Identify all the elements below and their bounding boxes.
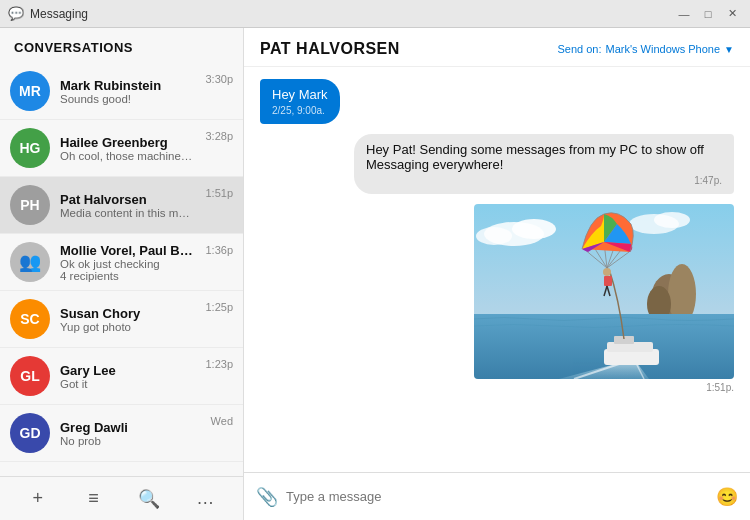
conv-time: 1:51p (205, 185, 233, 199)
conv-info: Susan Chory Yup got photo (60, 306, 195, 333)
conversation-item-mark-rubinstein[interactable]: MR Mark Rubinstein Sounds good! 3:30p (0, 63, 243, 120)
conversation-item-mollie-vorel[interactable]: Mollie Vorel, Paul Bla… Ok ok just check… (0, 234, 243, 291)
app-title: Messaging (30, 7, 88, 21)
chat-contact-name: PAT HALVORSEN (260, 40, 400, 58)
image-time: 1:51p. (474, 382, 734, 393)
message-time: 2/25, 9:00a. (272, 105, 328, 116)
title-bar-left: 💬 Messaging (8, 6, 88, 21)
conv-name: Gary Lee (60, 363, 195, 378)
new-conversation-button[interactable]: + (20, 481, 56, 517)
image-container (474, 204, 734, 379)
list-icon: ≡ (88, 488, 99, 509)
conversations-header: CONVERSATIONS (0, 28, 243, 63)
avatar: MR (10, 71, 50, 111)
svg-rect-14 (604, 276, 612, 286)
chat-area: PAT HALVORSEN Send on: Mark's Windows Ph… (244, 28, 750, 520)
conv-preview: Ok ok just checking (60, 258, 195, 270)
conv-time: 3:30p (205, 71, 233, 85)
message-outgoing: Hey Pat! Sending some messages from my P… (354, 134, 734, 194)
conv-time: 1:23p (205, 356, 233, 370)
svg-point-13 (603, 268, 611, 276)
main-content: CONVERSATIONS MR Mark Rubinstein Sounds … (0, 28, 750, 520)
parasailing-image (474, 204, 734, 379)
conversations-list: MR Mark Rubinstein Sounds good! 3:30p HG… (0, 63, 243, 476)
messages-area: Hey Mark 2/25, 9:00a. Hey Pat! Sending s… (244, 67, 750, 472)
conv-info: Hailee Greenberg Oh cool, those machines… (60, 135, 195, 162)
window-controls: — □ ✕ (674, 4, 742, 24)
chat-input-area: 📎 😊 (244, 472, 750, 520)
svg-point-2 (512, 219, 556, 239)
attach-button[interactable]: 📎 (256, 486, 278, 508)
minimize-button[interactable]: — (674, 4, 694, 24)
search-icon: 🔍 (138, 488, 160, 510)
conversation-item-greg-dawli[interactable]: GD Greg Dawli No prob Wed (0, 405, 243, 462)
more-icon: … (196, 488, 214, 509)
conv-time: 3:28p (205, 128, 233, 142)
avatar: SC (10, 299, 50, 339)
avatar: GL (10, 356, 50, 396)
conv-name: Greg Dawli (60, 420, 201, 435)
avatar: PH (10, 185, 50, 225)
conv-preview: Sounds good! (60, 93, 195, 105)
conv-preview: Oh cool, those machines are fun (60, 150, 195, 162)
conversation-item-gary-lee[interactable]: GL Gary Lee Got it 1:23p (0, 348, 243, 405)
message-input[interactable] (286, 489, 708, 504)
conv-subpreview: 4 recipients (60, 270, 195, 282)
conv-info: Gary Lee Got it (60, 363, 195, 390)
sidebar-toolbar: + ≡ 🔍 … (0, 476, 243, 520)
send-on-label: Send on: (557, 43, 601, 55)
message-incoming: Hey Mark 2/25, 9:00a. (260, 79, 340, 124)
conv-preview: Got it (60, 378, 195, 390)
conv-info: Greg Dawli No prob (60, 420, 201, 447)
conv-name: Susan Chory (60, 306, 195, 321)
conv-time: 1:36p (205, 242, 233, 256)
avatar: HG (10, 128, 50, 168)
add-icon: + (33, 488, 44, 509)
conversation-item-susan-chory[interactable]: SC Susan Chory Yup got photo 1:25p (0, 291, 243, 348)
sidebar: CONVERSATIONS MR Mark Rubinstein Sounds … (0, 28, 244, 520)
conv-name: Mollie Vorel, Paul Bla… (60, 243, 195, 258)
conv-preview: Yup got photo (60, 321, 195, 333)
conv-preview: Media content in this message (60, 207, 195, 219)
search-button[interactable]: 🔍 (131, 481, 167, 517)
conv-time: Wed (211, 413, 233, 427)
app-icon: 💬 (8, 6, 24, 21)
chevron-down-icon[interactable]: ▼ (724, 44, 734, 55)
avatar: GD (10, 413, 50, 453)
conv-name: Pat Halvorsen (60, 192, 195, 207)
message-image: 1:51p. (474, 204, 734, 393)
svg-point-5 (654, 212, 690, 228)
emoji-button[interactable]: 😊 (716, 486, 738, 508)
maximize-button[interactable]: □ (698, 4, 718, 24)
conv-info: Mollie Vorel, Paul Bla… Ok ok just check… (60, 243, 195, 282)
conv-name: Hailee Greenberg (60, 135, 195, 150)
conv-info: Pat Halvorsen Media content in this mess… (60, 192, 195, 219)
device-name: Mark's Windows Phone (606, 43, 721, 55)
message-text: Hey Mark (272, 87, 328, 102)
send-on-info: Send on: Mark's Windows Phone ▼ (557, 43, 734, 55)
conv-info: Mark Rubinstein Sounds good! (60, 78, 195, 105)
more-button[interactable]: … (187, 481, 223, 517)
conv-preview: No prob (60, 435, 201, 447)
conv-time: 1:25p (205, 299, 233, 313)
message-time: 1:47p. (366, 175, 722, 186)
title-bar: 💬 Messaging — □ ✕ (0, 0, 750, 28)
chat-header: PAT HALVORSEN Send on: Mark's Windows Ph… (244, 28, 750, 67)
conversation-item-hailee-greenberg[interactable]: HG Hailee Greenberg Oh cool, those machi… (0, 120, 243, 177)
avatar (10, 242, 50, 282)
svg-point-3 (476, 227, 512, 245)
message-text: Hey Pat! Sending some messages from my P… (366, 142, 722, 172)
conv-name: Mark Rubinstein (60, 78, 195, 93)
conversation-item-pat-halvorsen[interactable]: PH Pat Halvorsen Media content in this m… (0, 177, 243, 234)
list-view-button[interactable]: ≡ (76, 481, 112, 517)
send-on-device: Mark's Windows Phone (606, 43, 721, 55)
close-button[interactable]: ✕ (722, 4, 742, 24)
